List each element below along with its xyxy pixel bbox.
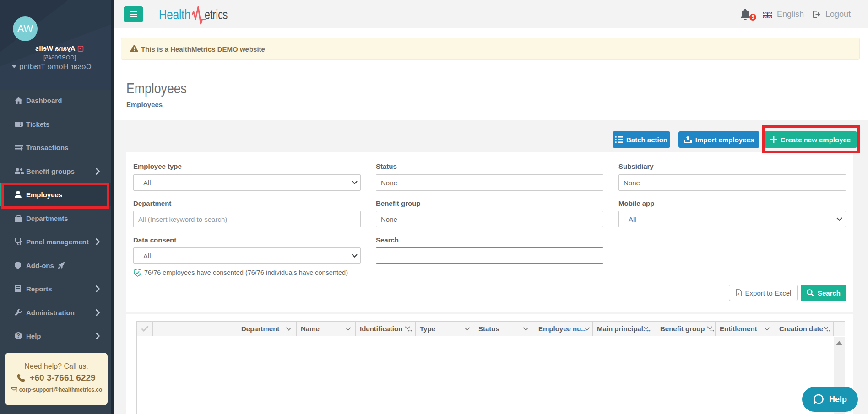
svg-text:?: ? [16, 333, 20, 339]
svg-text:x: x [737, 291, 739, 296]
